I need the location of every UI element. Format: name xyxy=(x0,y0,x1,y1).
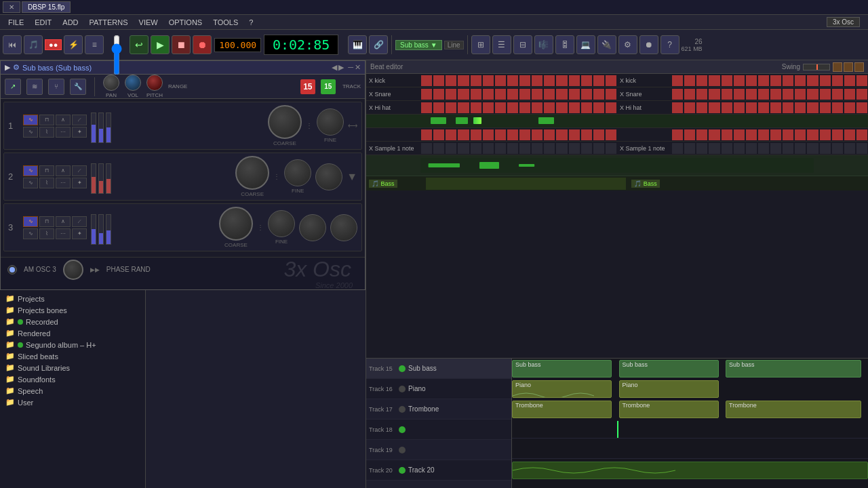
h10[interactable] xyxy=(531,102,543,114)
osc-3-sine-wave[interactable]: ∿ xyxy=(23,216,38,227)
instrument-right-arrow[interactable]: ▶ xyxy=(338,63,344,72)
r5-8[interactable] xyxy=(507,129,519,141)
sr1[interactable] xyxy=(671,88,684,100)
link-btn[interactable]: 🔗 xyxy=(369,35,388,54)
osc-1-saw-wave[interactable]: ⟋ xyxy=(72,115,87,125)
kick-cell-r14[interactable] xyxy=(831,75,844,87)
hr15[interactable] xyxy=(844,102,856,114)
env-btn[interactable]: ↗ xyxy=(5,79,21,95)
track-dot-16[interactable] xyxy=(399,386,406,392)
r5r11[interactable] xyxy=(794,129,806,141)
track-green-badge[interactable]: 15 xyxy=(321,79,336,94)
kick-cell-r3[interactable] xyxy=(696,75,708,87)
osc-2-slider-2[interactable] xyxy=(98,163,104,194)
osc-2-fine-knob[interactable] xyxy=(284,159,311,186)
r5-11[interactable] xyxy=(543,129,555,141)
h16[interactable] xyxy=(605,102,617,114)
hr4[interactable] xyxy=(708,102,720,114)
sr2[interactable] xyxy=(684,88,696,100)
r5-4[interactable] xyxy=(457,129,469,141)
instrument-left-arrow[interactable]: ◀ xyxy=(332,63,337,72)
kick-cell-3[interactable] xyxy=(445,75,457,87)
trombone-clip-1[interactable]: Trombone xyxy=(512,401,612,418)
beat-view-3[interactable] xyxy=(854,62,864,72)
track-18-content[interactable] xyxy=(512,421,868,439)
s9[interactable] xyxy=(519,88,531,100)
kick-cell-r16[interactable] xyxy=(856,75,868,87)
kick-cell-r7[interactable] xyxy=(745,75,757,87)
hr12[interactable] xyxy=(806,102,818,114)
sr11[interactable] xyxy=(794,88,806,100)
sr6[interactable] xyxy=(733,88,745,100)
kick-cell-r2[interactable] xyxy=(684,75,696,87)
r5-9[interactable] xyxy=(519,129,531,141)
r5r8[interactable] xyxy=(757,129,770,141)
kick-cell-r6[interactable] xyxy=(733,75,745,87)
h13[interactable] xyxy=(568,102,580,114)
kick-cell-r5[interactable] xyxy=(721,75,733,87)
smr5[interactable] xyxy=(721,142,733,155)
smr14[interactable] xyxy=(831,142,844,155)
s11[interactable] xyxy=(543,88,555,100)
menu-patterns[interactable]: PATTERNS xyxy=(84,17,134,28)
r5r13[interactable] xyxy=(819,129,831,141)
osc-2-sine-wave[interactable]: ∿ xyxy=(23,165,38,176)
osc-3-custom-wave[interactable]: ✦ xyxy=(72,228,87,239)
r5-10[interactable] xyxy=(531,129,543,141)
close-tab[interactable]: ✕ xyxy=(3,1,20,13)
osc-1-coarse-knob[interactable] xyxy=(268,105,302,139)
kick-cell-r13[interactable] xyxy=(819,75,831,87)
hr5[interactable] xyxy=(721,102,733,114)
osc-3-noise2-wave[interactable]: ⋯ xyxy=(56,228,71,239)
kick-cell-r11[interactable] xyxy=(794,75,806,87)
menu-view[interactable]: VIEW xyxy=(134,17,163,28)
h2[interactable] xyxy=(433,102,445,114)
sr14[interactable] xyxy=(831,88,844,100)
osc-1-sine-wave[interactable]: ∿ xyxy=(23,115,38,125)
smr8[interactable] xyxy=(757,142,770,155)
s10[interactable] xyxy=(531,88,543,100)
smr7[interactable] xyxy=(745,142,757,155)
smr12[interactable] xyxy=(806,142,818,155)
pattern-view-btn[interactable]: ⊞ xyxy=(471,35,490,54)
sm15[interactable] xyxy=(593,142,605,155)
sm11[interactable] xyxy=(543,142,555,155)
browser-item-projects-bones[interactable]: 📁 Projects bones xyxy=(0,304,145,316)
settings-btn[interactable]: ⚙ xyxy=(618,35,637,54)
sm6[interactable] xyxy=(482,142,494,155)
osc-3-extra-knob-2[interactable] xyxy=(330,214,357,241)
r5r7[interactable] xyxy=(745,129,757,141)
beat-view-1[interactable] xyxy=(833,62,842,72)
sr15[interactable] xyxy=(844,88,856,100)
sr8[interactable] xyxy=(757,88,770,100)
sr16[interactable] xyxy=(856,88,868,100)
browser-item-user[interactable]: 📁 User xyxy=(0,396,145,408)
kick-cell-r4[interactable] xyxy=(708,75,720,87)
r5-7[interactable] xyxy=(494,129,507,141)
kick-cell-11[interactable] xyxy=(543,75,555,87)
track-dot-17[interactable] xyxy=(399,406,406,413)
osc-3-sine2-wave[interactable]: ∿ xyxy=(23,228,38,239)
play-btn[interactable]: ▶ xyxy=(151,35,170,54)
r5-3[interactable] xyxy=(445,129,457,141)
r5-6[interactable] xyxy=(482,129,494,141)
kick-cell-15[interactable] xyxy=(593,75,605,87)
r5r14[interactable] xyxy=(831,129,844,141)
kick-cell-14[interactable] xyxy=(580,75,593,87)
r5r16[interactable] xyxy=(856,129,868,141)
browser-item-rendered[interactable]: 📁 Rendered xyxy=(0,327,145,339)
track-dot-19[interactable] xyxy=(399,447,406,453)
browser-item-recorded[interactable]: 📁 Recorded xyxy=(0,316,145,327)
hr14[interactable] xyxy=(831,102,844,114)
pitch-knob[interactable] xyxy=(146,75,163,91)
kick-cell-10[interactable] xyxy=(531,75,543,87)
h14[interactable] xyxy=(580,102,593,114)
osc-3-triangle-wave[interactable]: ∧ xyxy=(56,216,71,227)
osc-2-noise2-wave[interactable]: ⋯ xyxy=(56,178,71,188)
hr13[interactable] xyxy=(819,102,831,114)
r5-1[interactable] xyxy=(420,129,433,141)
osc-1-sine2-wave[interactable]: ∿ xyxy=(23,127,38,138)
track-number-badge[interactable]: 15 xyxy=(300,79,315,94)
h4[interactable] xyxy=(457,102,469,114)
s4[interactable] xyxy=(457,88,469,100)
